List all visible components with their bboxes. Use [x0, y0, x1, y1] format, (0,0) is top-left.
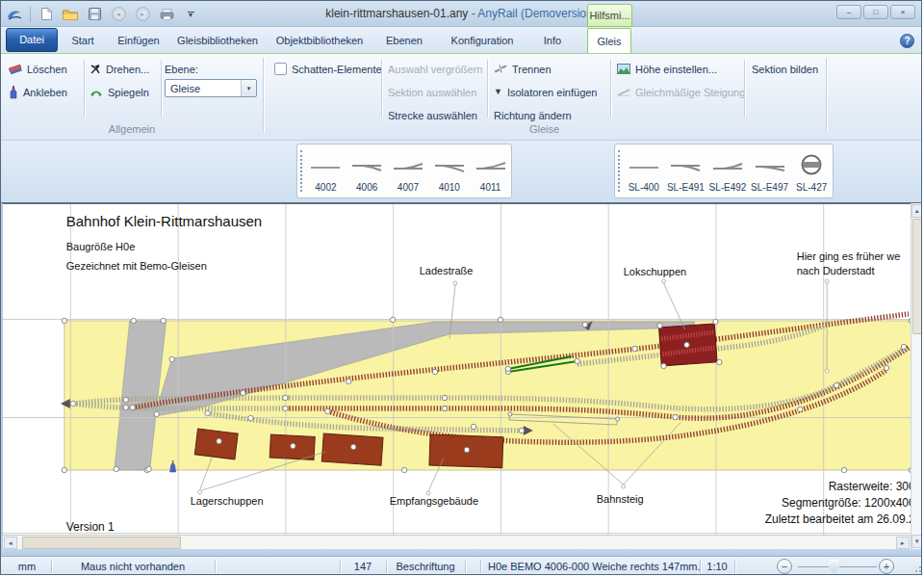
resize-grip[interactable] — [915, 570, 917, 572]
library-item-label: SL-E492 — [709, 182, 747, 193]
isolatoren-einfuegen-button[interactable]: ▼ Isolatoren einfügen — [494, 84, 598, 100]
chevron-down-icon[interactable]: ▾ — [241, 80, 256, 96]
label-ladestrasse[interactable]: Ladestraße — [420, 265, 474, 276]
tab-einfuegen[interactable]: Einfügen — [108, 28, 169, 53]
contextual-tab-group-header[interactable]: Hilfsmi... — [587, 4, 632, 27]
plan-subtitle-tracks[interactable]: Gezeichnet mit Bemo-Gleisen — [66, 260, 207, 272]
drehen-button[interactable]: Drehen... — [90, 61, 149, 77]
trennen-button[interactable]: Trennen — [494, 61, 552, 77]
anyrail-window: ◄ ► ▾ klein-rittmarshausen-01.any - AnyR… — [0, 0, 922, 575]
help-icon[interactable]: ? — [900, 34, 914, 48]
sektion-bilden-button[interactable]: Sektion bilden — [752, 61, 818, 77]
window-title-appname: - AnyRail (Demoversion) — [468, 7, 596, 20]
hoehe-label: Höhe einstellen... — [635, 64, 717, 75]
ribbon: Löschen Ankleben Drehen... Spiegeln Eben… — [1, 54, 921, 141]
maximize-button[interactable]: □ — [863, 5, 888, 19]
richtung-aendern-button[interactable]: Richtung ändern — [494, 107, 572, 123]
scroll-left-icon[interactable]: ◄ — [4, 537, 17, 549]
plan-canvas[interactable]: Bahnhof Klein-Rittmarshausen Baugröße H0… — [3, 203, 911, 535]
library-item-4007[interactable]: 4007 — [388, 144, 429, 197]
ebene-combobox-value: Gleise — [166, 83, 241, 94]
statusbar-separator — [465, 560, 466, 573]
group-label-gleise: Gleise — [263, 123, 826, 135]
window-title-filename: klein-rittmarshausen-01.any — [325, 7, 468, 20]
zoom-out-icon[interactable]: − — [777, 559, 792, 574]
ribbon-tab-row: Datei Start Einfügen Gleisbibliotheken O… — [1, 27, 921, 54]
library-item-sle491[interactable]: SL-E491 — [665, 144, 707, 197]
tab-objektbibliotheken[interactable]: Objektbibliotheken — [266, 28, 373, 53]
plan-subtitle-scale[interactable]: Baugröße H0e — [66, 241, 136, 252]
tab-start[interactable]: Start — [58, 28, 108, 53]
auswahl-vergroessern-button: Auswahl vergrößern — [388, 61, 482, 77]
spiegeln-button[interactable]: Spiegeln — [90, 84, 149, 100]
scroll-right-icon[interactable]: ► — [896, 537, 910, 549]
window-frame — [1, 549, 921, 556]
track-library-strip: 4002 4006 4007 4010 4011 SL- — [1, 141, 921, 203]
tab-konfiguration[interactable]: Konfiguration — [435, 28, 529, 53]
track-icon-turntable — [799, 154, 824, 175]
tab-gleis[interactable]: Gleis — [587, 28, 631, 53]
horizontal-scrollbar[interactable]: ◄ ► — [3, 535, 911, 549]
label-empfangsgebaeude[interactable]: Empfangsgebäude — [390, 495, 478, 507]
tab-info[interactable]: Info — [529, 28, 576, 53]
scroll-up-icon[interactable]: ▲ — [911, 204, 922, 218]
group-label-allgemein: Allgemein — [1, 123, 263, 135]
label-history-line2[interactable]: nach Duderstadt — [797, 265, 875, 276]
hoehe-einstellen-button[interactable]: Höhe einstellen... — [617, 61, 717, 77]
minimize-button[interactable]: – — [836, 5, 861, 19]
track-icon-switch-left — [391, 158, 425, 175]
track-icon-straight — [627, 158, 661, 175]
loeschen-button[interactable]: Löschen — [9, 61, 67, 77]
mirror-icon — [90, 88, 103, 97]
label-history-line1[interactable]: Hier ging es früher we — [797, 250, 901, 262]
building-lagerschuppen-1[interactable] — [194, 429, 238, 459]
track-icon-switch-right — [349, 158, 384, 175]
rotate-icon — [90, 64, 101, 75]
statusbar-mouse-status: Maus nicht vorhanden — [51, 557, 215, 575]
scroll-down-icon[interactable]: ▼ — [911, 535, 922, 548]
schatten-elemente-checkbox[interactable]: Schatten-Elemente — [274, 61, 382, 77]
library-item-sle492[interactable]: SL-E492 — [706, 144, 749, 197]
tab-gleisbibliotheken[interactable]: Gleisbibliotheken — [169, 28, 266, 53]
isolatoren-label: Isolatoren einfügen — [507, 87, 598, 98]
plan-title[interactable]: Bahnhof Klein-Rittmarshausen — [66, 213, 262, 229]
statusbar-count: 147 — [340, 557, 386, 575]
library-item-4006[interactable]: 4006 — [346, 144, 388, 197]
ribbon-group-separator — [826, 58, 827, 133]
library-item-4010[interactable]: 4010 — [428, 144, 470, 197]
vertical-scrollbar[interactable]: ▲ ▼ — [911, 203, 921, 549]
eraser-icon — [9, 63, 22, 75]
close-button[interactable]: × — [890, 5, 915, 19]
tab-datei[interactable]: Datei — [6, 28, 58, 52]
zoom-in-icon[interactable]: + — [879, 559, 894, 574]
label-version[interactable]: Version 1 — [66, 520, 115, 534]
track-plan-drawing[interactable] — [3, 204, 911, 535]
tab-ebenen[interactable]: Ebenen — [373, 28, 435, 53]
ebene-label: Ebene: — [165, 61, 198, 77]
zoom-slider-thumb[interactable] — [829, 560, 839, 573]
label-lokschuppen[interactable]: Lokschuppen — [624, 266, 686, 277]
ebene-combobox[interactable]: Gleise ▾ — [165, 79, 257, 97]
library-item-4002[interactable]: 4002 — [305, 144, 346, 197]
panel-drag-handle[interactable] — [300, 150, 302, 192]
label-bahnsteig[interactable]: Bahnsteig — [597, 493, 644, 505]
track-icon-switch-right — [668, 158, 703, 175]
library-item-sl400[interactable]: SL-400 — [623, 144, 665, 197]
horizontal-scrollbar-thumb[interactable] — [22, 537, 181, 549]
ankleben-button[interactable]: Ankleben — [9, 84, 67, 100]
panel-drag-handle[interactable] — [618, 150, 620, 192]
drehen-label: Drehen... — [106, 64, 149, 75]
schatten-elemente-label: Schatten-Elemente — [292, 64, 382, 75]
library-item-sle497[interactable]: SL-E497 — [749, 144, 791, 197]
label-lagerschuppen[interactable]: Lagerschuppen — [191, 495, 264, 507]
statusbar: mm Maus nicht vorhanden 147 Beschriftung… — [1, 556, 921, 575]
slope-icon — [617, 87, 630, 97]
statusbar-separator — [215, 560, 216, 573]
checkbox-icon[interactable] — [274, 63, 287, 75]
library-item-sl427[interactable]: SL-427 — [790, 144, 833, 197]
library-item-label: SL-E497 — [751, 182, 788, 193]
ribbon-separator — [84, 60, 85, 118]
strecke-auswaehlen-button[interactable]: Strecke auswählen — [388, 107, 477, 123]
library-item-4011[interactable]: 4011 — [470, 144, 511, 197]
vertical-scrollbar-thumb[interactable] — [912, 219, 922, 334]
